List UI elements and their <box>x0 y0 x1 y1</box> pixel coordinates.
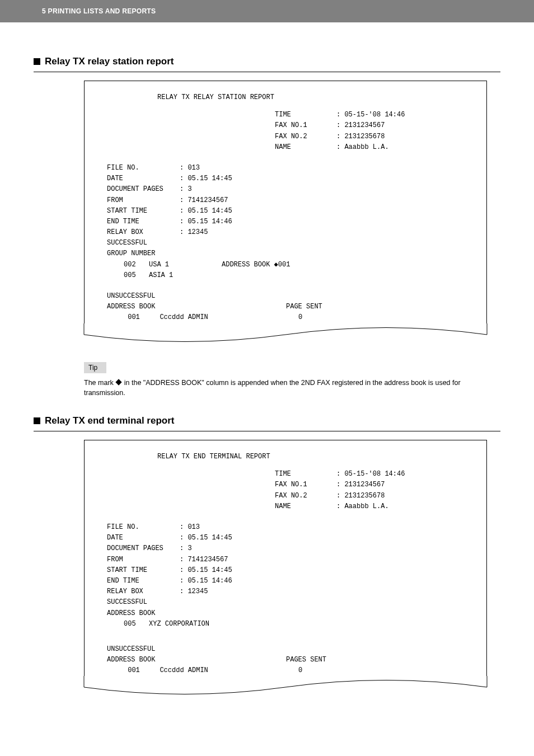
lbl-fax1: FAX NO.1 <box>275 480 336 490</box>
tip-post: in the "ADDRESS BOOK" column is appended… <box>84 379 461 397</box>
tip-pre: The mark <box>84 379 115 387</box>
tip-label: Tip <box>84 362 106 373</box>
section2-title: Relay TX end terminal report <box>45 415 174 426</box>
group-row-2: 005 ASIA 1 <box>107 270 464 281</box>
lbl-unsuccessful: UNSUCCESSFUL <box>107 291 464 302</box>
val-time: : 05-15-'08 14:46 <box>336 469 405 480</box>
lbl-start: START TIME <box>107 565 180 576</box>
lbl-file: FILE NO. <box>107 522 180 533</box>
lbl-relaybox: RELAY BOX <box>107 586 180 597</box>
lbl-fax2: FAX NO.2 <box>275 132 336 142</box>
val-time: : 05-15-'08 14:46 <box>336 110 405 120</box>
section1-rule <box>34 72 500 72</box>
report1-header-block: TIME: 05-15-'08 14:46 FAX NO.1: 21312345… <box>275 110 464 153</box>
section1-title: Relay TX relay station report <box>45 56 174 67</box>
torn-edge-icon <box>84 676 487 701</box>
succ-row-1: 005 XYZ CORPORATION <box>107 619 464 630</box>
lbl-end: END TIME <box>107 576 180 586</box>
torn-edge-icon <box>84 323 487 349</box>
val-fax1: : 2131234567 <box>336 480 385 490</box>
u1-name: Cccddd ADMIN <box>160 313 208 321</box>
val-docpages: : 3 <box>180 184 192 195</box>
lbl-fax2: FAX NO.2 <box>275 491 336 501</box>
val-from: : 7141234567 <box>180 555 228 565</box>
unsuc-header: ADDRESS BOOK PAGE SENT <box>107 302 464 312</box>
lbl-addressbook: ADDRESS BOOK <box>107 608 464 619</box>
chapter-header-text: 5 PRINTING LISTS AND REPORTS <box>42 7 156 15</box>
report2-meta: FILE NO.: 013 DATE: 05.15 14:45 DOCUMENT… <box>107 522 464 630</box>
u1-name: Cccddd ADMIN <box>160 666 208 674</box>
s1-num: 005 <box>124 619 149 630</box>
report1-meta: FILE NO.: 013 DATE: 05.15 14:45 DOCUMENT… <box>107 163 464 281</box>
lbl-date: DATE <box>107 173 180 184</box>
lbl-name: NAME <box>275 501 336 512</box>
lbl-docpages: DOCUMENT PAGES <box>107 184 180 195</box>
u1-pages: 0 <box>286 665 302 676</box>
val-fax2: : 2131235678 <box>336 132 385 142</box>
g2-num: 005 <box>124 270 149 281</box>
lbl-pagessent: PAGES SENT <box>286 655 326 665</box>
diamond-icon <box>116 379 122 386</box>
lbl-from: FROM <box>107 555 180 565</box>
lbl-time: TIME <box>275 110 336 120</box>
section2-rule <box>34 431 500 431</box>
unsuc2-row-1: 001 Cccddd ADMIN 0 <box>107 665 464 676</box>
val-fax2: : 2131235678 <box>336 491 385 501</box>
section1-heading: Relay TX relay station report <box>34 56 500 67</box>
val-name: : Aaabbb L.A. <box>336 142 389 153</box>
lbl-file: FILE NO. <box>107 163 180 173</box>
val-name: : Aaabbb L.A. <box>336 501 389 512</box>
g1-ab: ADDRESS BOOK ◆001 <box>222 260 290 270</box>
page-content: Relay TX relay station report RELAY TX R… <box>0 56 534 756</box>
chapter-header-bar: 5 PRINTING LISTS AND REPORTS <box>0 0 534 22</box>
val-end: : 05.15 14:46 <box>180 576 232 586</box>
lbl-start: START TIME <box>107 206 180 217</box>
u1-num: 001 <box>128 665 156 676</box>
section2-heading: Relay TX end terminal report <box>34 415 500 426</box>
report2-wrap: RELAY TX END TERMINAL REPORT TIME: 05-15… <box>84 440 487 703</box>
val-relaybox: : 12345 <box>180 586 208 597</box>
lbl-from: FROM <box>107 195 180 206</box>
lbl-fax1: FAX NO.1 <box>275 120 336 131</box>
report2-box: RELAY TX END TERMINAL REPORT TIME: 05-15… <box>84 440 487 676</box>
val-file: : 013 <box>180 163 200 173</box>
lbl-addressbook: ADDRESS BOOK <box>107 302 286 312</box>
lbl-pagesent: PAGE SENT <box>286 302 322 312</box>
lbl-relaybox: RELAY BOX <box>107 227 180 238</box>
report2-title: RELAY TX END TERMINAL REPORT <box>107 452 464 462</box>
report2-header-block: TIME: 05-15-'08 14:46 FAX NO.1: 21312345… <box>275 469 464 512</box>
lbl-groupnumber: GROUP NUMBER <box>107 248 464 259</box>
lbl-docpages: DOCUMENT PAGES <box>107 543 180 554</box>
report1-title: RELAY TX RELAY STATION REPORT <box>107 92 464 103</box>
lbl-time: TIME <box>275 469 336 480</box>
lbl-name: NAME <box>275 142 336 153</box>
square-bullet-icon <box>34 58 40 65</box>
val-date: : 05.15 14:45 <box>180 173 232 184</box>
lbl-addressbook: ADDRESS BOOK <box>107 655 286 665</box>
unsuc2-header: ADDRESS BOOK PAGES SENT <box>107 655 464 665</box>
unsuc-row-1: 001 Cccddd ADMIN 0 <box>107 312 464 323</box>
val-from: : 7141234567 <box>180 195 228 206</box>
val-docpages: : 3 <box>180 543 192 554</box>
report1-wrap: RELAY TX RELAY STATION REPORT TIME: 05-1… <box>84 81 487 351</box>
tip-text: The mark in the "ADDRESS BOOK" column is… <box>84 378 478 399</box>
g1-num: 002 <box>124 260 149 270</box>
u1-num: 001 <box>128 312 156 323</box>
s1-name: XYZ CORPORATION <box>149 619 209 630</box>
val-start: : 05.15 14:45 <box>180 565 232 576</box>
val-end: : 05.15 14:46 <box>180 217 232 227</box>
report1-box: RELAY TX RELAY STATION REPORT TIME: 05-1… <box>84 81 487 323</box>
g1-name: USA 1 <box>149 260 222 270</box>
val-fax1: : 2131234567 <box>336 120 385 131</box>
group-row-1: 002 USA 1 ADDRESS BOOK ◆001 <box>107 260 464 270</box>
lbl-unsuccessful: UNSUCCESSFUL <box>107 644 464 655</box>
lbl-successful: SUCCESSFUL <box>107 597 464 608</box>
square-bullet-icon <box>34 417 40 424</box>
val-start: : 05.15 14:45 <box>180 206 232 217</box>
g2-name: ASIA 1 <box>149 270 222 281</box>
val-relaybox: : 12345 <box>180 227 208 238</box>
lbl-end: END TIME <box>107 217 180 227</box>
val-date: : 05.15 14:45 <box>180 533 232 543</box>
u1-pages: 0 <box>286 312 302 323</box>
val-file: : 013 <box>180 522 200 533</box>
